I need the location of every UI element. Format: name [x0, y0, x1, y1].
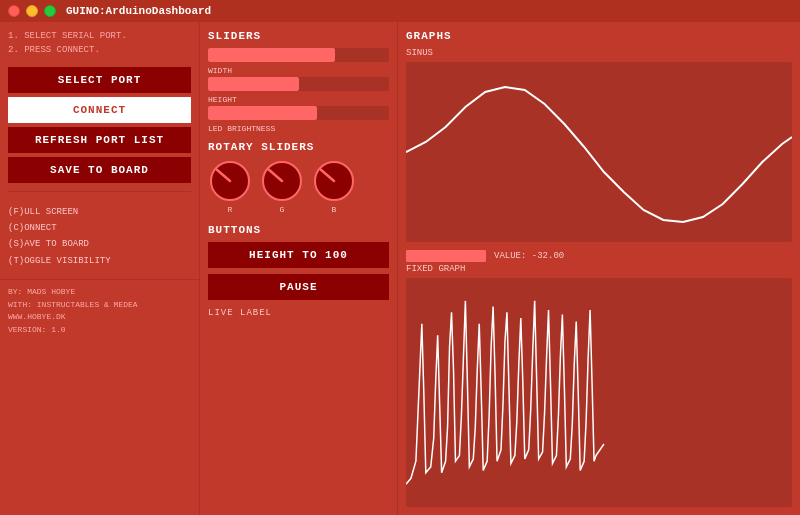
- buttons-section: BUTTONS HEIGHT TO 100 PAUSE: [208, 224, 389, 300]
- pause-button[interactable]: PAUSE: [208, 274, 389, 300]
- led-brightness-label: LED BRIGHTNESS: [208, 124, 389, 133]
- led-brightness-slider[interactable]: [208, 106, 389, 120]
- buttons-title: BUTTONS: [208, 224, 389, 236]
- fixed-graph-section: VALUE: -32.00 FIXED GRAPH: [406, 250, 792, 507]
- select-port-button[interactable]: SELECT PORT: [8, 67, 191, 93]
- rotary-r-knob[interactable]: [208, 159, 252, 203]
- maximize-button[interactable]: [44, 5, 56, 17]
- rotary-g-knob[interactable]: [260, 159, 304, 203]
- rotary-b: B: [312, 159, 356, 214]
- rotary-g: G: [260, 159, 304, 214]
- rotary-b-knob[interactable]: [312, 159, 356, 203]
- save-to-board-button[interactable]: SAVE TO BOARD: [8, 157, 191, 183]
- window-title: GUINO:ArduinoDashboard: [66, 5, 211, 17]
- sidebar: 1. SELECT SERIAL PORT. 2. PRESS CONNECT.…: [0, 22, 200, 515]
- fixed-graph: [406, 278, 792, 507]
- connect-button[interactable]: CONNECT: [8, 97, 191, 123]
- sinus-graph-area: [406, 62, 792, 242]
- sidebar-credits: BY: MADS HOBYE WITH: INSTRUCTABLES & MED…: [0, 279, 199, 343]
- fixed-graph-label: FIXED GRAPH: [406, 264, 792, 274]
- rotary-r: R: [208, 159, 252, 214]
- value-bar: [406, 250, 486, 262]
- rotary-r-label: R: [228, 205, 233, 214]
- width-slider-container: WIDTH: [208, 48, 389, 75]
- close-button[interactable]: [8, 5, 20, 17]
- width-slider[interactable]: [208, 48, 389, 62]
- middle-panel: SLIDERS WIDTH HEIGHT LED BRIGHTNESS ROTA…: [200, 22, 398, 515]
- rotary-sliders-section: ROTARY SLIDERS R: [208, 141, 389, 214]
- height-label: HEIGHT: [208, 95, 389, 104]
- minimize-button[interactable]: [26, 5, 38, 17]
- led-brightness-slider-container: LED BRIGHTNESS: [208, 106, 389, 133]
- live-label-section: LIVE LABEL: [208, 308, 389, 318]
- height-to-100-button[interactable]: HEIGHT TO 100: [208, 242, 389, 268]
- height-slider-container: HEIGHT: [208, 77, 389, 104]
- width-label: WIDTH: [208, 66, 389, 75]
- main-layout: 1. SELECT SERIAL PORT. 2. PRESS CONNECT.…: [0, 22, 800, 515]
- fixed-graph-area: [406, 278, 792, 507]
- fixed-graph-header: VALUE: -32.00: [406, 250, 792, 262]
- value-text: VALUE: -32.00: [494, 251, 564, 261]
- graphs-panel: GRAPHS SINUS VALUE: -32.00 FIXED GRAPH: [398, 22, 800, 515]
- refresh-port-list-button[interactable]: REFRESH PORT LIST: [8, 127, 191, 153]
- rotary-b-label: B: [332, 205, 337, 214]
- title-bar: GUINO:ArduinoDashboard: [0, 0, 800, 22]
- sinus-graph: [406, 62, 792, 242]
- rotary-g-label: G: [280, 205, 285, 214]
- height-slider[interactable]: [208, 77, 389, 91]
- graphs-title: GRAPHS: [406, 30, 792, 42]
- sinus-label: SINUS: [406, 48, 792, 58]
- sidebar-instructions: 1. SELECT SERIAL PORT. 2. PRESS CONNECT.: [0, 30, 199, 63]
- rotary-container: R G: [208, 159, 389, 214]
- sidebar-shortcuts: (F)ULL SCREEN (C)ONNECT (S)AVE TO BOARD …: [0, 200, 199, 273]
- rotary-sliders-title: ROTARY SLIDERS: [208, 141, 389, 153]
- live-label: LIVE LABEL: [208, 308, 389, 318]
- sidebar-divider: [8, 191, 191, 192]
- sliders-title: SLIDERS: [208, 30, 389, 42]
